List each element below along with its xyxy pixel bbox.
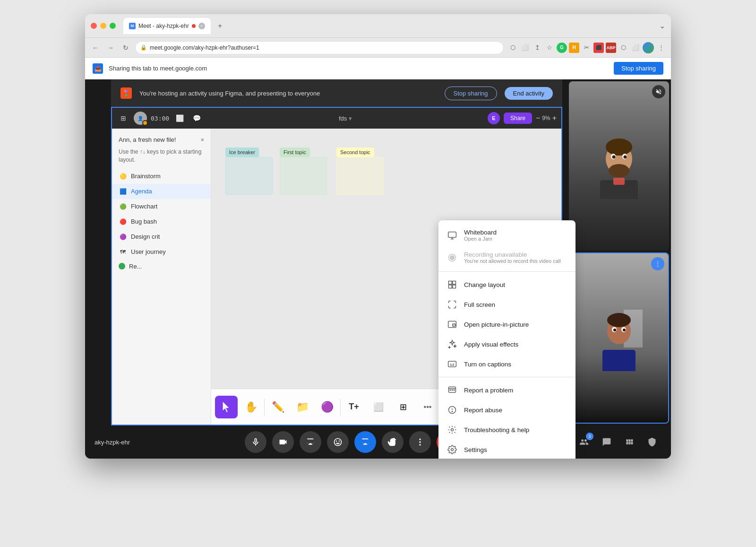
sidebar-item-brainstorm[interactable]: 🟡 Brainstorm [112, 169, 211, 184]
scissors-icon[interactable]: ✂ [581, 43, 592, 53]
zoom-in-button[interactable]: + [552, 114, 557, 122]
honey-extension[interactable]: H [569, 43, 579, 53]
url-bar[interactable]: 🔒 meet.google.com/aky-hzpk-ehr?authuser=… [135, 41, 504, 54]
sidebar-item-label: Design crit [131, 233, 160, 240]
brainstorm-icon: 🟡 [119, 172, 127, 181]
stop-sharing-activity-button[interactable]: Stop sharing [445, 87, 497, 100]
people-button[interactable]: 3 [575, 433, 593, 451]
download-icon[interactable]: ↥ [532, 43, 542, 53]
maximize-button[interactable] [110, 23, 116, 29]
bookmark-icon[interactable]: ☆ [544, 43, 555, 53]
meeting-id: aky-hzpk-ehr [94, 439, 151, 446]
new-tab-button[interactable]: + [214, 19, 227, 33]
pip-icon [447, 319, 457, 330]
present-button[interactable] [300, 431, 321, 453]
menu-item-pip[interactable]: Open picture-in-picture [438, 314, 576, 334]
recording-label: Recording unavailable [464, 251, 561, 258]
figma-frame-icon[interactable]: ⬜ [173, 112, 186, 125]
screen-record-extension[interactable]: ⬛ [593, 43, 604, 53]
figma-filename[interactable]: fds ▾ [339, 115, 352, 122]
hand-tool[interactable]: ✋ [240, 396, 262, 418]
svg-rect-22 [449, 281, 452, 285]
security-button[interactable] [643, 433, 662, 451]
pencil-tool[interactable]: ✏️ [266, 396, 289, 418]
share-page-icon[interactable]: ⬜ [520, 43, 530, 53]
menu-item-whiteboard[interactable]: Whiteboard Open a Jam [438, 224, 576, 246]
figma-grid-icon[interactable]: ⊞ [117, 112, 130, 125]
browser-tab-active[interactable]: M Meet - aky-hzpk-ehr × [123, 18, 211, 34]
zoom-out-button[interactable]: − [536, 114, 540, 122]
tab-close-button[interactable]: × [198, 23, 205, 29]
more-tools[interactable]: ••• [416, 396, 439, 418]
menu-item-change-layout[interactable]: Change layout [438, 275, 576, 295]
figma-timer: 03:00 [151, 115, 169, 122]
sidebar-item-agenda[interactable]: 🟦 Agenda [112, 184, 211, 199]
menu-item-troubleshooting[interactable]: Troubleshooting & help [438, 420, 576, 440]
back-button[interactable]: ← [90, 42, 101, 53]
menu-item-report-problem[interactable]: Report a problem [438, 380, 576, 400]
end-activity-button[interactable]: End activity [505, 87, 553, 100]
tab-search-icon[interactable]: ⬜ [630, 43, 641, 53]
text-tool[interactable]: T+ [343, 396, 365, 418]
menu-item-settings[interactable]: Settings [438, 440, 576, 459]
meet-bottom-bar: aky-hzpk-ehr [85, 425, 671, 459]
abp-extension[interactable]: ABP [606, 43, 616, 53]
close-button[interactable] [91, 23, 97, 29]
grammarly-extension[interactable]: G [557, 43, 567, 53]
stop-sharing-chrome-button[interactable]: Stop sharing [614, 62, 663, 75]
minimize-button[interactable] [100, 23, 106, 29]
figma-hint: Use the ↑↓ keys to pick a starting layou… [112, 146, 211, 169]
recording-content: Recording unavailable You're not allowed… [464, 251, 561, 264]
forward-button[interactable]: → [105, 42, 116, 53]
sticky-note-tool[interactable]: 📁 [291, 396, 314, 418]
troubleshooting-label: Troubleshooting & help [464, 426, 529, 434]
cast-icon[interactable]: ⬡ [507, 43, 518, 53]
menu-item-recording: Recording unavailable You're not allowed… [438, 246, 576, 269]
svg-point-15 [623, 329, 626, 331]
recording-icon [447, 252, 457, 263]
shape-tool[interactable]: 🟣 [316, 396, 338, 418]
share-screen-button[interactable] [354, 431, 376, 453]
activities-button[interactable] [620, 433, 639, 451]
fullscreen-label: Full screen [464, 301, 495, 308]
figma-zoom-controls: − 9% + [536, 114, 557, 122]
sidebar-item-flowchart[interactable]: 🟢 Flowchart [112, 199, 211, 214]
traffic-lights [91, 23, 116, 29]
cursor-tool[interactable] [215, 396, 238, 418]
tab-recording-dot [192, 24, 196, 28]
table-tool[interactable]: ⊞ [392, 396, 414, 418]
more-options-button[interactable] [409, 431, 431, 453]
sidebar-item-user-journey[interactable]: 🗺 User journey [112, 244, 211, 260]
activity-text: You're hosting an activity using Figma, … [139, 90, 437, 97]
people-count-badge: 3 [586, 433, 593, 440]
frame-tool[interactable]: ⬜ [367, 396, 390, 418]
svg-rect-8 [613, 178, 625, 185]
camera-button[interactable] [272, 431, 294, 453]
figma-share-button[interactable]: Share [504, 113, 532, 124]
activity-bar: You're hosting an activity using Figma, … [111, 79, 562, 107]
chrome-menu-icon[interactable]: ⋮ [656, 43, 666, 53]
menu-item-captions[interactable]: Turn on captions [438, 354, 576, 374]
captions-icon [447, 359, 457, 369]
menu-item-report-abuse[interactable]: Report abuse [438, 400, 576, 420]
figma-comment-icon[interactable]: 💬 [190, 112, 203, 125]
svg-rect-25 [453, 285, 456, 288]
zoom-level: 9% [542, 115, 550, 122]
raise-hand-button[interactable] [382, 431, 404, 453]
menu-item-visual-effects[interactable]: Apply visual effects [438, 334, 576, 354]
emoji-button[interactable] [327, 431, 349, 453]
sidebar-item-re[interactable]: Re... [112, 260, 211, 273]
refresh-button[interactable]: ↻ [120, 42, 131, 53]
person2-options-button[interactable]: ⋮ [651, 257, 664, 270]
mic-button[interactable] [245, 431, 266, 453]
menu-item-fullscreen[interactable]: Full screen [438, 295, 576, 314]
sidebar-item-bug-bash[interactable]: 🔴 Bug bash [112, 214, 211, 229]
svg-point-1 [606, 139, 632, 156]
person2-video [570, 253, 668, 423]
sidebar-item-design-crit[interactable]: 🟣 Design crit [112, 229, 211, 244]
extensions-icon[interactable]: ⬡ [618, 43, 628, 53]
chat-button[interactable] [597, 433, 616, 451]
figma-user-badge [142, 120, 148, 126]
sidebar-close-icon[interactable]: × [200, 136, 204, 143]
profile-avatar[interactable] [643, 42, 654, 53]
